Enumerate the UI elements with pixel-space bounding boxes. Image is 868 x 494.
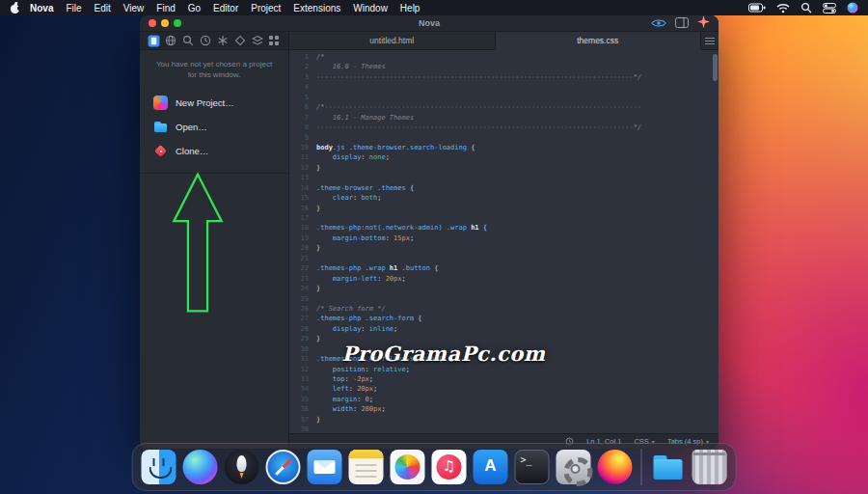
dock-downloads-icon[interactable] [651,450,686,484]
code-line: 23 margin-left: 20px; [289,274,719,284]
new-project-icon [153,96,168,110]
editor-scrollbar[interactable] [712,52,718,431]
line-number: 20 [289,243,316,253]
menu-nova[interactable]: Nova [30,3,53,14]
dock-siri-icon[interactable] [183,450,218,484]
code-editor[interactable]: 1/*2 16.0 - Themes3---------------------… [289,50,719,433]
line-number: 21 [289,254,316,263]
code-line: 25 [289,294,719,304]
line-number: 34 [289,384,316,394]
line-number: 5 [289,93,316,102]
no-project-message: You have not yet chosen a project for th… [140,50,288,80]
code-line: 10body.js .theme-browser.search-loading … [289,143,719,152]
code-line: 18.themes-php:not(.network-admin) .wrap … [289,223,719,233]
project-panel: You have not yet chosen a project for th… [140,50,288,449]
tab-themes.css[interactable]: themes.css [496,32,702,50]
battery-icon[interactable] [748,3,766,13]
layers-icon[interactable] [251,35,263,47]
code-line: 9 [289,133,719,143]
grid-icon[interactable] [268,35,281,47]
code-line: 16} [289,204,719,213]
menu-items: NovaFileEditViewFindGoEditorProjectExten… [30,3,420,14]
editor-layout-icon[interactable] [675,15,689,32]
menu-edit[interactable]: Edit [95,3,111,14]
dock-launchpad-icon[interactable] [225,450,259,484]
asterisk-icon[interactable] [216,35,229,47]
scrollbar-thumb[interactable] [713,54,718,81]
window-titlebar[interactable]: Nova [140,15,719,32]
line-number: 35 [289,395,316,404]
code-line: 4 [289,82,719,92]
code-line: 3---------------------------------------… [289,72,719,82]
code-line: 21 [289,254,719,263]
code-line: 36 width: 280px; [289,404,719,414]
editor-pane[interactable]: 1/*2 16.0 - Themes3---------------------… [289,50,719,433]
line-number: 8 [289,123,316,132]
dock-mail-icon[interactable] [308,450,342,484]
line-number: 1 [289,52,316,62]
line-number: 17 [289,213,316,223]
dock-terminal-icon[interactable] [515,450,550,484]
minimize-button[interactable] [161,19,169,27]
globe-icon[interactable] [165,35,177,47]
menu-bar: NovaFileEditViewFindGoEditorProjectExten… [0,0,868,15]
dock-app-store-icon[interactable] [474,450,508,484]
dock-music-icon[interactable] [432,450,467,484]
action-open-folder[interactable]: Open… [140,115,288,139]
search-icon[interactable] [182,35,195,47]
open-folder-icon [153,120,168,134]
code-line: 1/* [289,52,719,62]
clone-icon [153,144,168,158]
line-number: 3 [289,72,316,82]
dock-photos-icon[interactable] [391,450,425,484]
menu-find[interactable]: Find [156,3,175,14]
line-number: 13 [289,173,316,182]
control-center-icon[interactable] [823,3,836,14]
preview-eye-icon[interactable] [651,15,666,32]
code-line: 13 [289,173,719,182]
line-number: 14 [289,183,316,193]
extensions-spark-icon[interactable] [697,15,710,32]
line-number: 24 [289,284,316,293]
siri-icon[interactable] [847,2,858,14]
dock-finder-icon[interactable] [142,450,176,484]
dock-notes-icon[interactable] [349,450,384,484]
close-button[interactable] [149,19,156,27]
line-number: 16 [289,204,316,213]
wifi-icon[interactable] [776,3,790,14]
line-number: 18 [289,223,316,233]
tab-list-icon[interactable] [701,32,719,50]
dock [132,443,737,491]
clock-icon[interactable] [200,35,212,47]
line-number: 26 [289,304,316,314]
tab-untitled.html[interactable]: untitled.html [289,32,496,50]
action-label: New Project… [176,97,234,108]
zoom-button[interactable] [174,19,181,27]
dock-trash-icon[interactable] [692,450,727,484]
sidebar: You have not yet chosen a project for th… [140,32,289,449]
menu-view[interactable]: View [123,3,145,14]
menu-go[interactable]: Go [188,3,201,14]
menu-file[interactable]: File [66,3,81,14]
code-line: 6/*-------------------------------------… [289,102,719,112]
diamond-icon[interactable] [233,35,246,47]
action-clone[interactable]: Clone… [140,139,288,163]
menu-extensions[interactable]: Extensions [293,3,340,14]
code-line: 2 16.0 - Themes [289,62,719,71]
code-line: 38 [289,425,719,433]
files-icon[interactable] [148,35,160,47]
code-line: 37} [289,415,719,425]
menu-project[interactable]: Project [251,3,281,14]
apple-menu-icon[interactable] [10,2,20,14]
menu-window[interactable]: Window [353,3,388,14]
menu-help[interactable]: Help [400,3,420,14]
line-number: 2 [289,62,316,71]
desktop-wallpaper: NovaFileEditViewFindGoEditorProjectExten… [0,0,868,494]
dock-firefox-icon[interactable] [598,450,633,484]
search-icon[interactable] [800,2,812,14]
dock-safari-icon[interactable] [266,450,301,484]
line-number: 7 [289,113,316,123]
menu-editor[interactable]: Editor [213,3,238,14]
action-new-project[interactable]: New Project… [140,91,288,115]
dock-system-preferences-icon[interactable] [556,450,591,484]
